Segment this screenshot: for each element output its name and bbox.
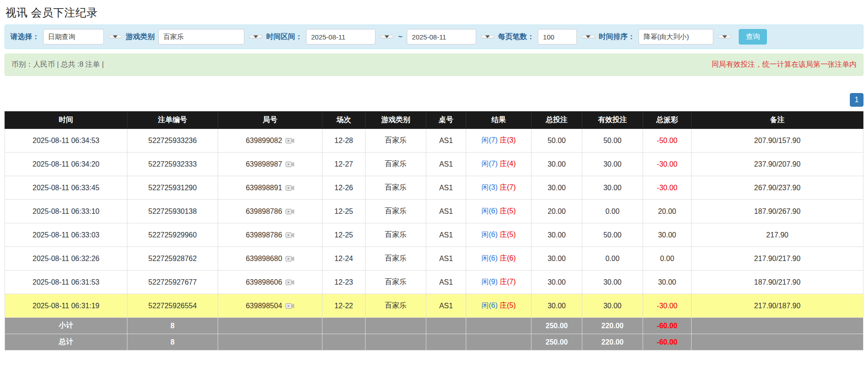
col-bet-id: 注单编号 xyxy=(127,112,218,129)
result-player: 闲(6) xyxy=(482,254,498,262)
summary-payout: -60.00 xyxy=(643,334,692,350)
sort-order-label: 时间排序： xyxy=(599,32,635,42)
cell-total-bet[interactable]: 30.00 xyxy=(532,294,582,318)
cell-time: 2025-08-11 06:34:20 xyxy=(5,153,127,176)
chevron-down-icon xyxy=(113,35,117,38)
round-id-text: 639898891 xyxy=(246,184,282,192)
summary-payout: -60.00 xyxy=(643,318,692,334)
cell-bet-id: 522725928762 xyxy=(127,247,218,271)
date-to-input[interactable] xyxy=(407,29,476,44)
cell-game-type: 百家乐 xyxy=(366,271,426,294)
cell-table-no: AS1 xyxy=(426,129,466,153)
col-valid-bet: 有效投注 xyxy=(582,112,643,129)
video-replay-icon[interactable] xyxy=(285,137,294,144)
summary-total-bet: 250.00 xyxy=(532,334,582,350)
cell-round-id: 639898680 xyxy=(218,247,322,271)
cell-payout: -30.00 xyxy=(643,294,692,318)
date-from-dropdown-button[interactable] xyxy=(380,35,394,39)
col-session: 场次 xyxy=(322,112,366,129)
result-banker: 庄(7) xyxy=(500,278,516,286)
video-replay-icon[interactable] xyxy=(285,255,294,262)
currency-total-text: 币别：人民币 | 总共 :8 注单 | xyxy=(11,60,104,69)
chevron-down-icon xyxy=(722,35,727,38)
cell-round-id: 639898504 xyxy=(218,294,322,318)
video-replay-icon[interactable] xyxy=(285,184,294,192)
video-replay-icon[interactable] xyxy=(285,232,294,239)
search-button[interactable]: 查询 xyxy=(739,29,767,44)
cell-bet-id: 522725933236 xyxy=(127,129,218,153)
cell-result: 闲(7) 庄(4) xyxy=(466,153,532,176)
cell-total-bet[interactable]: 30.00 xyxy=(532,247,582,271)
cell-session: 12-26 xyxy=(322,176,366,200)
cell-result: 闲(9) 庄(7) xyxy=(466,271,532,294)
result-banker: 庄(5) xyxy=(500,301,516,309)
cell-valid-bet: 0.00 xyxy=(582,247,643,271)
game-type-combobox xyxy=(158,29,244,44)
result-banker: 庄(5) xyxy=(500,231,516,238)
cell-total-bet[interactable]: 30.00 xyxy=(532,176,582,200)
cell-game-type: 百家乐 xyxy=(366,294,426,318)
cell-note: 187.90/267.90 xyxy=(692,200,863,223)
game-type-dropdown-button[interactable] xyxy=(249,35,263,39)
cell-session: 12-27 xyxy=(322,153,366,176)
round-id-text: 639898786 xyxy=(246,231,282,239)
cell-time: 2025-08-11 06:33:10 xyxy=(5,200,127,223)
cell-bet-id: 522725929960 xyxy=(127,223,218,247)
video-replay-icon[interactable] xyxy=(285,208,294,215)
cell-total-bet[interactable]: 30.00 xyxy=(532,271,582,294)
cell-total-bet[interactable]: 30.00 xyxy=(532,223,582,247)
video-replay-icon[interactable] xyxy=(285,279,294,286)
table-row: 2025-08-11 06:33:03 522725929960 6398987… xyxy=(5,223,863,247)
cell-total-bet[interactable]: 50.00 xyxy=(532,129,582,153)
sort-order-combobox xyxy=(639,29,713,44)
table-row: 2025-08-11 06:34:53 522725933236 6398990… xyxy=(5,129,863,153)
col-result: 结果 xyxy=(466,112,532,129)
cell-round-id: 639899082 xyxy=(218,129,322,153)
sort-order-input[interactable] xyxy=(639,29,713,44)
cell-valid-bet: 30.00 xyxy=(582,176,643,200)
col-game-type: 游戏类别 xyxy=(366,112,426,129)
result-player: 闲(9) xyxy=(482,278,498,286)
col-payout: 总派彩 xyxy=(643,112,692,129)
cell-valid-bet: 50.00 xyxy=(582,223,643,247)
chevron-down-icon xyxy=(385,35,389,38)
cell-game-type: 百家乐 xyxy=(366,153,426,176)
summary-bar: 币别：人民币 | 总共 :8 注单 | 同局有效投注，统一计算在该局第一张注单内 xyxy=(5,54,863,76)
video-replay-icon[interactable] xyxy=(285,161,294,168)
table-footer: 小计 8 250.00 220.00 -60.00 总计 8 250.00 22… xyxy=(5,318,863,350)
cell-result: 闲(7) 庄(3) xyxy=(466,129,532,153)
sort-order-dropdown-button[interactable] xyxy=(718,35,731,39)
round-id-text: 639898786 xyxy=(246,207,282,216)
cell-session: 12-25 xyxy=(322,200,366,223)
cell-result: 闲(3) 庄(7) xyxy=(466,176,532,200)
cell-round-id: 639898606 xyxy=(218,271,322,294)
cell-total-bet[interactable]: 20.00 xyxy=(532,200,582,223)
summary-row: 小计 8 250.00 220.00 -60.00 xyxy=(5,318,863,334)
round-id-text: 639898504 xyxy=(246,302,282,310)
date-to-dropdown-button[interactable] xyxy=(481,35,494,39)
cell-round-id: 639898786 xyxy=(218,223,322,247)
cell-total-bet[interactable]: 30.00 xyxy=(532,153,582,176)
summary-count: 8 xyxy=(127,318,218,334)
game-type-label: 游戏类别 xyxy=(126,32,155,42)
page: 视讯 会员下注纪录 请选择： 游戏类别 时间区间： ~ 每页笔数： 时间排序： xyxy=(0,0,868,350)
query-type-label: 请选择： xyxy=(10,32,39,42)
page-1-button[interactable]: 1 xyxy=(850,93,863,107)
page-size-input[interactable] xyxy=(538,29,577,44)
page-size-combobox xyxy=(538,29,577,44)
cell-bet-id: 522725926554 xyxy=(127,294,218,318)
game-type-input[interactable] xyxy=(158,29,244,44)
cell-payout: -30.00 xyxy=(643,153,692,176)
date-from-input[interactable] xyxy=(306,29,375,44)
page-size-dropdown-button[interactable] xyxy=(581,35,595,39)
cell-game-type: 百家乐 xyxy=(366,129,426,153)
cell-note: 217.90/217.90 xyxy=(692,247,863,271)
cell-time: 2025-08-11 06:32:26 xyxy=(5,247,127,271)
cell-session: 12-25 xyxy=(322,223,366,247)
cell-valid-bet: 30.00 xyxy=(582,153,643,176)
video-replay-icon[interactable] xyxy=(285,302,294,310)
query-type-dropdown-button[interactable] xyxy=(108,35,122,39)
query-type-input[interactable] xyxy=(43,29,104,44)
time-range-label: 时间区间： xyxy=(266,32,302,42)
cell-table-no: AS1 xyxy=(426,200,466,223)
